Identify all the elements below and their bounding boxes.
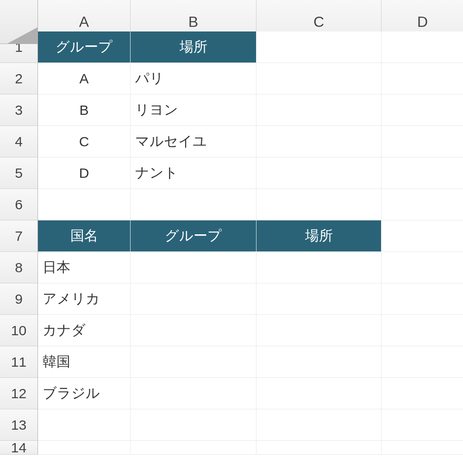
cell-d2[interactable] (382, 63, 463, 94)
cell-b7[interactable]: グループ (131, 220, 257, 252)
cell-b10[interactable] (131, 315, 257, 346)
cell-b8[interactable] (131, 252, 257, 283)
cell-d10[interactable] (382, 315, 463, 346)
cell-c11[interactable] (257, 346, 382, 378)
cell-b9[interactable] (131, 283, 257, 315)
cell-d4[interactable] (382, 126, 463, 157)
cell-c6[interactable] (257, 189, 382, 220)
cell-a7[interactable]: 国名 (38, 220, 131, 252)
cell-d9[interactable] (382, 283, 463, 315)
cell-a3[interactable]: B (38, 94, 131, 126)
row-header-2[interactable]: 2 (0, 63, 38, 94)
cell-b3[interactable]: リヨン (131, 94, 257, 126)
cell-d1[interactable] (382, 31, 463, 63)
row-header-8[interactable]: 8 (0, 252, 38, 283)
cell-a4[interactable]: C (38, 126, 131, 157)
row-header-3[interactable]: 3 (0, 94, 38, 126)
cell-a8[interactable]: 日本 (38, 252, 131, 283)
cell-a12[interactable]: ブラジル (38, 378, 131, 409)
row-header-9[interactable]: 9 (0, 283, 38, 315)
cell-a6[interactable] (38, 189, 131, 220)
cell-b14[interactable] (131, 441, 257, 455)
row-header-11[interactable]: 11 (0, 346, 38, 378)
cell-b6[interactable] (131, 189, 257, 220)
cell-a5[interactable]: D (38, 157, 131, 189)
cell-d11[interactable] (382, 346, 463, 378)
cell-c9[interactable] (257, 283, 382, 315)
cell-a10[interactable]: カナダ (38, 315, 131, 346)
row-header-14[interactable]: 14 (0, 441, 38, 455)
row-header-6[interactable]: 6 (0, 189, 38, 220)
cell-d14[interactable] (382, 441, 463, 455)
cell-c1[interactable] (257, 31, 382, 63)
cell-b5[interactable]: ナント (131, 157, 257, 189)
cell-a11[interactable]: 韓国 (38, 346, 131, 378)
cell-c4[interactable] (257, 126, 382, 157)
cell-b11[interactable] (131, 346, 257, 378)
cell-c2[interactable] (257, 63, 382, 94)
row-header-13[interactable]: 13 (0, 409, 38, 441)
cell-c8[interactable] (257, 252, 382, 283)
cell-d8[interactable] (382, 252, 463, 283)
cell-a13[interactable] (38, 409, 131, 441)
row-header-10[interactable]: 10 (0, 315, 38, 346)
cell-c5[interactable] (257, 157, 382, 189)
cell-c7[interactable]: 場所 (257, 220, 382, 252)
cell-c12[interactable] (257, 378, 382, 409)
cell-a9[interactable]: アメリカ (38, 283, 131, 315)
row-header-5[interactable]: 5 (0, 157, 38, 189)
cell-d5[interactable] (382, 157, 463, 189)
cell-b13[interactable] (131, 409, 257, 441)
cell-a14[interactable] (38, 441, 131, 455)
cell-a2[interactable]: A (38, 63, 131, 94)
select-all-corner[interactable] (0, 0, 38, 44)
cell-d7[interactable] (382, 220, 463, 252)
cell-d13[interactable] (382, 409, 463, 441)
cell-b4[interactable]: マルセイユ (131, 126, 257, 157)
cell-d6[interactable] (382, 189, 463, 220)
row-header-7[interactable]: 7 (0, 220, 38, 252)
cell-d12[interactable] (382, 378, 463, 409)
cell-c10[interactable] (257, 315, 382, 346)
row-header-12[interactable]: 12 (0, 378, 38, 409)
cell-b2[interactable]: パリ (131, 63, 257, 94)
cell-d3[interactable] (382, 94, 463, 126)
cell-c14[interactable] (257, 441, 382, 455)
cell-b1[interactable]: 場所 (131, 31, 257, 63)
cell-b12[interactable] (131, 378, 257, 409)
row-header-4[interactable]: 4 (0, 126, 38, 157)
cell-c13[interactable] (257, 409, 382, 441)
spreadsheet-grid[interactable]: A B C D 1 グループ 場所 2 A パリ 3 B リヨン 4 C マルセ… (0, 0, 463, 472)
cell-c3[interactable] (257, 94, 382, 126)
cell-a1[interactable]: グループ (38, 31, 131, 63)
